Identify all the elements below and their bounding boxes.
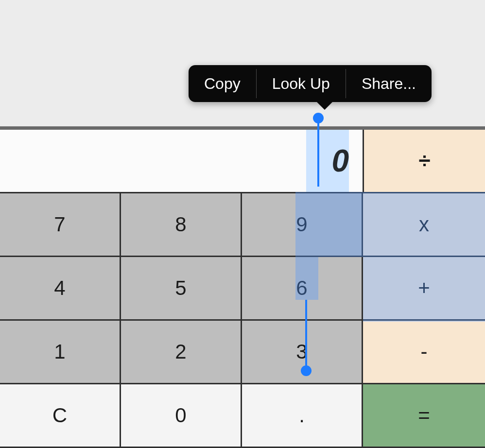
selection-handle-bar	[305, 300, 307, 368]
top-divider	[0, 126, 485, 130]
equals-button[interactable]: =	[363, 384, 485, 448]
key-4[interactable]: 4	[0, 257, 121, 321]
calculator-display[interactable]: 0	[0, 130, 363, 192]
key-2[interactable]: 2	[121, 321, 242, 384]
minus-button[interactable]: -	[363, 321, 485, 384]
context-menu-copy[interactable]: Copy	[189, 65, 256, 102]
key-7[interactable]: 7	[0, 193, 121, 257]
clear-button[interactable]: C	[0, 384, 121, 448]
context-menu-arrow-icon	[316, 101, 333, 110]
decimal-button[interactable]: .	[242, 384, 363, 448]
key-1[interactable]: 1	[0, 321, 121, 384]
selection-handle-end[interactable]	[301, 365, 312, 376]
selection-handle-start[interactable]	[313, 113, 324, 123]
keypad: 7 8 9 x 4 5 6 + 1 2 3 - C 0 . =	[0, 192, 485, 448]
key-6[interactable]: 6	[242, 257, 363, 321]
divide-button[interactable]: ÷	[363, 130, 485, 192]
context-menu-share[interactable]: Share...	[346, 65, 432, 102]
key-5[interactable]: 5	[121, 257, 242, 321]
multiply-button[interactable]: x	[363, 193, 485, 257]
key-0[interactable]: 0	[121, 384, 242, 448]
context-menu-lookup[interactable]: Look Up	[257, 65, 346, 102]
display-row: 0 ÷	[0, 130, 485, 192]
text-context-menu: Copy Look Up Share...	[189, 65, 432, 102]
empty-top-area	[0, 0, 485, 126]
selection-handle-bar	[317, 122, 319, 187]
plus-button[interactable]: +	[363, 257, 485, 321]
key-9[interactable]: 9	[242, 193, 363, 257]
key-8[interactable]: 8	[121, 193, 242, 257]
display-value: 0	[331, 143, 349, 179]
